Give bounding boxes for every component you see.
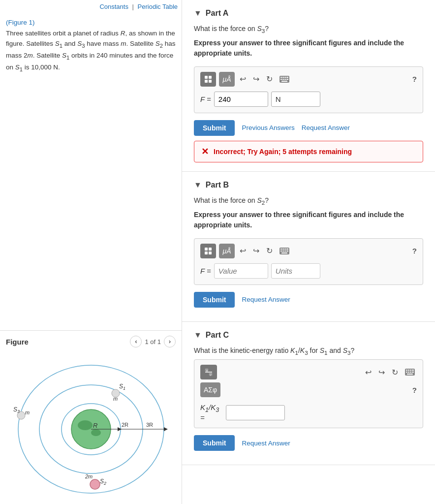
- fraction-button-c[interactable]: n √: [200, 365, 217, 379]
- svg-rect-37: [281, 81, 287, 82]
- part-b-instruction: Express your answer to three significant…: [194, 210, 423, 230]
- part-a-collapse[interactable]: ▼: [194, 9, 202, 18]
- svg-rect-48: [282, 251, 284, 252]
- redo-button-a[interactable]: ↪: [251, 73, 261, 85]
- mu-button-b[interactable]: μÅ: [219, 244, 235, 258]
- top-links: Constants | Periodic Table: [0, 0, 182, 13]
- svg-rect-51: [281, 252, 287, 253]
- svg-rect-46: [286, 249, 288, 250]
- figure-nav: ‹ 1 of 1 ›: [130, 336, 176, 347]
- svg-rect-36: [286, 79, 288, 80]
- part-b-collapse[interactable]: ▼: [194, 181, 202, 189]
- part-c-collapse[interactable]: ▼: [194, 331, 202, 340]
- keyboard-button-a[interactable]: [278, 75, 291, 84]
- figure-diagram: R 2R 3R S1 m S3 m S2 2m: [6, 351, 176, 504]
- part-a-header: ▼ Part A: [194, 9, 423, 18]
- figure-ref[interactable]: (Figure 1): [6, 19, 35, 26]
- svg-point-5: [78, 420, 93, 430]
- svg-rect-65: [412, 372, 414, 373]
- help-button-b[interactable]: ?: [412, 247, 417, 255]
- svg-point-21: [90, 479, 100, 489]
- figure-header: Figure ‹ 1 of 1 ›: [6, 336, 176, 347]
- svg-rect-40: [205, 252, 208, 254]
- part-a-instruction: Express your answer to three significant…: [194, 38, 423, 59]
- part-b-section: ▼ Part B What is the force on S2? Expres…: [182, 172, 435, 322]
- svg-rect-32: [286, 77, 288, 78]
- keyboard-button-c[interactable]: [403, 368, 417, 377]
- svg-rect-41: [209, 252, 212, 254]
- mu-button-a[interactable]: μÅ: [219, 72, 235, 87]
- part-b-value-input[interactable]: [214, 263, 268, 279]
- refresh-button-c[interactable]: ↻: [390, 367, 400, 378]
- part-b-input-row: F =: [200, 263, 417, 279]
- svg-rect-58: [406, 370, 407, 371]
- greek-button-c[interactable]: ΑΣφ: [200, 382, 220, 397]
- redo-button-c[interactable]: ↪: [376, 367, 387, 378]
- svg-marker-11: [118, 427, 122, 431]
- part-b-request-answer-link[interactable]: Request Answer: [242, 296, 290, 303]
- figure-prev-button[interactable]: ‹: [130, 336, 142, 347]
- help-button-a[interactable]: ?: [412, 75, 417, 83]
- svg-rect-33: [280, 79, 282, 80]
- constants-link[interactable]: Constants: [99, 3, 128, 10]
- svg-rect-35: [284, 79, 286, 80]
- part-b-question: What is the force on S2?: [194, 196, 423, 206]
- undo-button-b[interactable]: ↩: [238, 245, 248, 256]
- undo-button-a[interactable]: ↩: [238, 73, 248, 85]
- svg-text:R: R: [93, 422, 97, 429]
- part-c-answer-box: n √ ↩ ↪ ↻ ΑΣφ ? K1/K3=: [194, 359, 423, 428]
- grid-button-a[interactable]: [200, 72, 216, 87]
- part-a-submit-button[interactable]: Submit: [194, 120, 235, 136]
- part-b-header: ▼ Part B: [194, 181, 423, 189]
- svg-text:S1: S1: [119, 383, 125, 391]
- svg-text:m: m: [25, 410, 30, 415]
- left-panel: Constants | Periodic Table (Figure 1) Th…: [0, 0, 182, 504]
- svg-rect-47: [280, 251, 282, 252]
- orbit-diagram: R 2R 3R S1 m S3 m S2 2m: [12, 356, 170, 494]
- refresh-button-b[interactable]: ↻: [264, 245, 275, 256]
- part-a-section: ▼ Part A What is the force on S3? Expres…: [182, 0, 435, 172]
- part-a-action-row: Submit Previous Answers Request Answer: [194, 120, 423, 136]
- svg-marker-12: [164, 427, 168, 431]
- svg-text:3R: 3R: [146, 422, 153, 428]
- svg-text:2R: 2R: [122, 422, 128, 428]
- svg-rect-38: [205, 248, 208, 251]
- svg-rect-39: [209, 248, 212, 251]
- keyboard-button-b[interactable]: [278, 247, 291, 255]
- svg-rect-30: [282, 77, 284, 78]
- svg-text:n: n: [206, 369, 208, 372]
- help-button-c[interactable]: ?: [412, 386, 417, 394]
- separator: |: [132, 3, 134, 10]
- svg-rect-44: [282, 249, 284, 250]
- svg-rect-24: [205, 76, 208, 79]
- figure-section: Figure ‹ 1 of 1 ›: [0, 330, 182, 504]
- svg-rect-34: [282, 79, 284, 80]
- part-b-units-input[interactable]: [271, 263, 320, 279]
- part-a-request-answer-link[interactable]: Request Answer: [302, 124, 350, 131]
- figure-pagination: 1 of 1: [145, 338, 161, 346]
- part-c-request-answer-link[interactable]: Request Answer: [242, 440, 290, 447]
- svg-rect-63: [408, 372, 409, 373]
- part-c-input-row: K1/K3=: [200, 403, 417, 422]
- figure-next-button[interactable]: ›: [164, 336, 176, 347]
- part-c-submit-button[interactable]: Submit: [194, 435, 235, 451]
- part-c-question: What is the kinetic-energy ratio K1/K3 f…: [194, 346, 423, 356]
- figure-title: Figure: [6, 338, 29, 346]
- refresh-button-a[interactable]: ↻: [264, 73, 275, 85]
- periodic-table-link[interactable]: Periodic Table: [138, 3, 178, 10]
- svg-rect-64: [410, 372, 411, 373]
- right-panel: ▼ Part A What is the force on S3? Expres…: [182, 0, 435, 504]
- grid-button-b[interactable]: [200, 244, 216, 258]
- svg-text:m: m: [113, 396, 118, 402]
- svg-text:S3: S3: [13, 406, 20, 414]
- part-a-question: What is the force on S3?: [194, 25, 423, 34]
- part-a-value-input[interactable]: [214, 92, 268, 107]
- part-b-f-label: F =: [200, 267, 211, 275]
- svg-rect-27: [209, 80, 212, 83]
- undo-button-c[interactable]: ↩: [363, 367, 373, 378]
- svg-rect-43: [280, 249, 282, 250]
- part-c-value-input[interactable]: [226, 405, 285, 420]
- redo-button-b[interactable]: ↪: [251, 245, 261, 256]
- part-b-submit-button[interactable]: Submit: [194, 292, 235, 308]
- part-a-previous-answers-link[interactable]: Previous Answers: [242, 124, 294, 131]
